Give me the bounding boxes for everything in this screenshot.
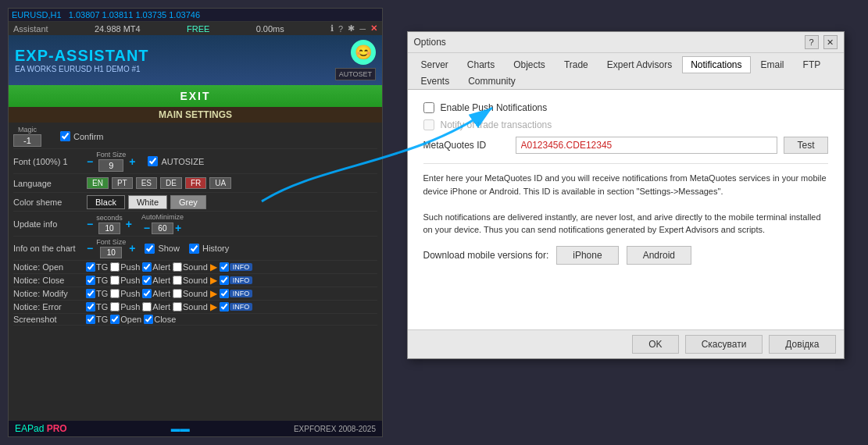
minimize-btn[interactable]: ─: [359, 24, 366, 34]
notice-close-alert[interactable]: Alert: [142, 276, 170, 285]
close-btn[interactable]: ✕: [370, 23, 377, 34]
dialog-title-bar: Options ? ✕: [408, 32, 844, 53]
notice-modify-sound[interactable]: Sound: [173, 289, 208, 298]
font-plus[interactable]: +: [129, 155, 135, 168]
history-checkbox[interactable]: [189, 244, 199, 254]
notice-error-tg[interactable]: TG: [86, 302, 108, 312]
tab-community[interactable]: Community: [459, 73, 524, 89]
screenshot-close[interactable]: Close: [144, 315, 176, 324]
tab-events[interactable]: Events: [413, 73, 459, 89]
notice-close-tg[interactable]: TG: [86, 276, 108, 285]
notice-modify-tg[interactable]: TG: [86, 289, 108, 298]
help-button[interactable]: Довідка: [769, 335, 835, 354]
push-notifications-row: Enable Push Notifications: [423, 102, 828, 113]
autominimize-plus[interactable]: +: [175, 222, 181, 234]
help-icon[interactable]: ?: [338, 24, 343, 34]
notice-error-info[interactable]: INFO: [220, 302, 253, 312]
font-minus[interactable]: −: [87, 155, 93, 168]
notice-error-label: Notice: Error: [13, 302, 84, 312]
download-android-btn[interactable]: Android: [627, 246, 691, 265]
notice-open-alert[interactable]: Alert: [142, 262, 170, 272]
confirm-checkbox[interactable]: [60, 131, 70, 141]
lang-pt[interactable]: PT: [112, 177, 133, 189]
autoset-badge: AUTOSET: [335, 68, 376, 80]
notice-modify-info[interactable]: INFO: [220, 289, 253, 298]
magic-label: Magic: [18, 126, 37, 134]
tab-objects[interactable]: Objects: [505, 56, 554, 73]
metaquotes-input[interactable]: [516, 137, 778, 154]
lang-fr[interactable]: FR: [185, 177, 206, 189]
magic-input[interactable]: [13, 134, 41, 147]
seconds-plus[interactable]: +: [126, 218, 132, 230]
color-white[interactable]: White: [128, 195, 167, 209]
tab-notifications[interactable]: Notifications: [682, 56, 750, 73]
metaquotes-label: MetaQuotes ID: [423, 140, 509, 151]
autominimize-input[interactable]: [152, 222, 173, 234]
desc-paragraph-1: Enter here your MetaQuotes ID and you wi…: [423, 172, 828, 198]
notice-modify-push[interactable]: Push: [110, 289, 140, 298]
infochart-minus[interactable]: −: [87, 242, 93, 255]
autominimize-minus[interactable]: −: [144, 222, 150, 234]
eapad-label: EAPad PRO: [15, 423, 67, 434]
info-badge: INFO: [230, 263, 253, 271]
screenshot-open[interactable]: Open: [110, 315, 141, 324]
download-iphone-btn[interactable]: iPhone: [556, 246, 618, 265]
notice-error-alert[interactable]: Alert: [142, 302, 170, 312]
notice-open-sound[interactable]: Sound: [173, 262, 208, 272]
ok-button[interactable]: OK: [632, 335, 678, 354]
lang-de[interactable]: DE: [160, 177, 182, 189]
exit-button[interactable]: EXIT: [9, 85, 382, 107]
notice-modify-alert[interactable]: Alert: [142, 289, 170, 298]
lang-ua[interactable]: UA: [209, 177, 231, 189]
settings-body: Magic Confirm Font (100%) 1 − Font Size …: [9, 123, 382, 421]
screenshot-tg[interactable]: TG: [86, 315, 108, 324]
top-bar-icons[interactable]: ℹ ? ✱ ─ ✕: [330, 23, 377, 34]
notice-modify-row: Notice: Modify TG Push Alert Sound ▶ INF…: [13, 287, 377, 301]
language-row: Language EN PT ES DE FR UA: [13, 174, 377, 193]
dialog-footer: OK Скасувати Довідка: [408, 329, 844, 358]
tab-charts[interactable]: Charts: [459, 56, 503, 73]
color-grey[interactable]: Grey: [170, 195, 206, 209]
lang-en[interactable]: EN: [87, 177, 109, 189]
dialog-close-btn[interactable]: ✕: [823, 35, 838, 49]
notice-open-info[interactable]: INFO: [220, 262, 253, 272]
notice-modify-arrow: ▶: [210, 288, 217, 299]
show-checkbox[interactable]: [145, 244, 155, 254]
fontsize-input[interactable]: [98, 159, 123, 172]
notice-error-push[interactable]: Push: [110, 302, 140, 312]
title-bar: EURUSD,H1 1.03807 1.03811 1.03735 1.0374…: [9, 9, 382, 22]
cancel-button[interactable]: Скасувати: [685, 335, 763, 354]
notice-close-push[interactable]: Push: [110, 276, 140, 285]
autosize-checkbox[interactable]: [148, 156, 158, 166]
tab-email[interactable]: Email: [752, 56, 793, 73]
screenshot-row: Screenshot TG Open Close: [13, 314, 377, 326]
info-icon[interactable]: ℹ: [330, 23, 334, 34]
download-row: Download mobile versions for: iPhone And…: [423, 246, 828, 265]
notice-open-tg[interactable]: TG: [86, 262, 108, 272]
seconds-input[interactable]: [98, 222, 120, 234]
tab-trade[interactable]: Trade: [555, 56, 597, 73]
trade-transactions-checkbox[interactable]: [423, 119, 434, 130]
push-notifications-checkbox[interactable]: [423, 102, 434, 113]
test-button[interactable]: Test: [784, 137, 827, 154]
infochart-plus[interactable]: +: [129, 242, 135, 255]
tab-server[interactable]: Server: [413, 56, 457, 73]
seconds-minus[interactable]: −: [87, 218, 93, 230]
notice-close-sound[interactable]: Sound: [173, 276, 208, 285]
dialog-help-btn[interactable]: ?: [805, 35, 819, 49]
status-label: FREE: [187, 24, 209, 34]
color-black[interactable]: Black: [87, 195, 125, 209]
tab-expert-advisors[interactable]: Expert Advisors: [598, 56, 680, 73]
symbol-price: EURUSD,H1 1.03807 1.03811 1.03735 1.0374…: [12, 10, 200, 20]
infofont-input[interactable]: [100, 247, 122, 258]
notice-error-sound[interactable]: Sound: [173, 302, 208, 312]
tab-ftp[interactable]: FTP: [795, 56, 830, 73]
lang-es[interactable]: ES: [136, 177, 157, 189]
settings-icon[interactable]: ✱: [348, 23, 355, 34]
notice-error-arrow: ▶: [210, 301, 217, 312]
notice-close-info[interactable]: INFO: [220, 276, 253, 285]
colorscheme-row: Color sheme Black White Grey: [13, 193, 377, 212]
notice-close-arrow: ▶: [210, 275, 217, 286]
notice-open-push[interactable]: Push: [110, 262, 140, 272]
dialog-controls[interactable]: ? ✕: [805, 35, 838, 49]
